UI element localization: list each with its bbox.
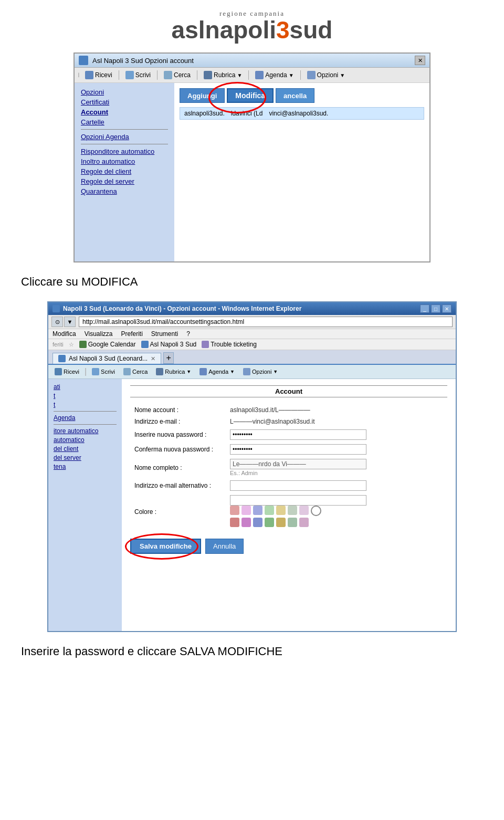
color-sage[interactable] <box>288 518 297 527</box>
agenda-button[interactable]: Agenda ▼ <box>252 70 297 80</box>
color-red[interactable] <box>230 518 239 527</box>
modifica-button[interactable]: Modifica <box>227 88 274 103</box>
colore-input[interactable] <box>230 495 366 506</box>
sidebar-item-risponditore[interactable]: Risponditore automatico <box>81 148 168 155</box>
ie-cerca-button[interactable]: Cerca <box>120 367 151 376</box>
color-blue[interactable] <box>253 518 262 527</box>
color-yellow[interactable] <box>276 506 286 515</box>
sidebar-item-quarantena[interactable]: Quarantena <box>81 187 168 195</box>
color-lavender[interactable] <box>242 506 251 515</box>
color-green-light[interactable] <box>265 506 274 515</box>
fav-asl[interactable]: Asl Napoli 3 Sud <box>141 341 197 348</box>
google-calendar-icon <box>79 341 87 348</box>
confirm-password-input[interactable] <box>230 444 366 455</box>
cerca-button[interactable]: Cerca <box>161 70 194 80</box>
fav-trouble-label: Trouble ticketing <box>211 341 257 348</box>
sep4 <box>248 70 249 80</box>
sidebar-item-account[interactable]: Account <box>81 108 168 116</box>
logo-section: regione campania aslnapoli3sud <box>0 0 504 47</box>
ie-sidebar-t2[interactable]: t <box>54 401 117 408</box>
forward-button[interactable]: ▼ <box>64 317 76 327</box>
url-bar[interactable]: http://mail.aslnapoli3sud.it/mail/accoun… <box>79 317 453 327</box>
rubrica-icon <box>204 71 212 79</box>
salva-button[interactable]: Salva modifiche <box>130 539 201 554</box>
color-gold[interactable] <box>276 518 286 527</box>
ie-scrivi-button[interactable]: Scrivi <box>89 367 118 376</box>
color-green[interactable] <box>265 518 274 527</box>
nome-completo-input[interactable] <box>230 459 366 469</box>
menu-strumenti[interactable]: Strumenti <box>151 330 178 338</box>
new-password-input[interactable] <box>230 429 366 440</box>
sidebar-item-opzioni[interactable]: Opzioni <box>81 88 168 96</box>
form-row-confirm-password: Conferma nuova password : <box>131 443 446 456</box>
ie-sidebar-quarantena[interactable]: tena <box>54 463 117 470</box>
form-row-nome-account: Nome account : aslnapoli3sud.it/L――――― <box>131 405 446 415</box>
restore-button[interactable]: □ <box>431 304 440 313</box>
close-button[interactable]: ✕ <box>415 56 425 65</box>
ie-tab-asl[interactable]: Asl Napoli 3 Sud (Leonard... ✕ <box>52 353 161 364</box>
opzioni-button[interactable]: Opzioni ▼ <box>304 70 349 80</box>
ie-rubrica-label: Rubrica <box>165 369 185 375</box>
ie-opzioni-button[interactable]: Opzioni ▼ <box>240 367 281 376</box>
ie-sidebar-automatico[interactable]: automatico <box>54 436 117 444</box>
menu-modifica[interactable]: Modifica <box>52 330 76 338</box>
colore-label: Colore : <box>131 493 226 530</box>
ie-cerca-icon <box>123 368 131 375</box>
back-button[interactable]: ⊙ <box>51 317 63 327</box>
sidebar-item-inoltro[interactable]: Inoltro automatico <box>81 157 168 165</box>
menu-help[interactable]: ? <box>186 330 190 338</box>
ie-form-buttons: Salva modifiche Annulla <box>130 539 447 554</box>
ie-icon <box>79 56 88 65</box>
color-purple[interactable] <box>242 518 251 527</box>
ie-rubrica-button[interactable]: Rubrica ▼ <box>153 367 194 376</box>
ie-divider1 <box>54 411 117 412</box>
colore-field-cell <box>227 493 446 530</box>
sidebar-item-cartelle[interactable]: Cartelle <box>81 118 168 126</box>
ie-sidebar-risponditore[interactable]: itore automatico <box>54 427 117 435</box>
sep3 <box>197 70 197 80</box>
rubrica-button[interactable]: Rubrica ▼ <box>201 70 245 80</box>
color-gray-green[interactable] <box>288 506 297 515</box>
ie-agenda-arrow: ▼ <box>230 369 235 374</box>
new-password-field-cell <box>227 428 446 441</box>
sidebar-item-opzioni-agenda[interactable]: Opzioni Agenda <box>81 133 168 141</box>
sidebar-item-regole-server[interactable]: Regole del server <box>81 177 168 185</box>
ie-opzioni-arrow: ▼ <box>273 369 278 374</box>
new-tab-button[interactable]: + <box>163 352 174 364</box>
color-rose[interactable] <box>299 518 309 527</box>
ricevi-button[interactable]: Ricevi <box>82 70 116 80</box>
ie-sep1: | <box>85 367 87 376</box>
ie-sidebar-t[interactable]: t <box>54 392 117 400</box>
ie-sidebar-client[interactable]: del client <box>54 445 117 453</box>
annulla-button[interactable]: Annulla <box>205 539 244 554</box>
email-alt-field-cell <box>227 479 446 492</box>
aggiungi-button[interactable]: Aggiungi <box>180 88 225 103</box>
scrivi-button[interactable]: Scrivi <box>122 70 154 80</box>
tab-close-icon[interactable]: ✕ <box>151 355 155 362</box>
fav-google-calendar[interactable]: Google Calendar <box>79 341 136 348</box>
ie-sidebar-server[interactable]: del server <box>54 454 117 461</box>
color-mauve[interactable] <box>299 506 309 515</box>
ie-main-area: Account Nome account : aslnapoli3sud.it/… <box>122 379 456 631</box>
color-blue-light[interactable] <box>253 506 262 515</box>
fav-trouble[interactable]: Trouble ticketing <box>202 341 257 348</box>
ie-ricevi-button[interactable]: Ricevi <box>51 367 82 376</box>
logo-number: 3 <box>276 16 290 44</box>
color-none[interactable] <box>311 506 321 516</box>
menu-preferiti[interactable]: Preferiti <box>121 330 143 338</box>
minimize-button[interactable]: _ <box>420 304 429 313</box>
email-alt-input[interactable] <box>230 480 366 491</box>
sidebar-item-certificati[interactable]: Certificati <box>81 98 168 106</box>
ie-sidebar-ati[interactable]: ati <box>54 383 117 391</box>
ie-sidebar-agenda[interactable]: Agenda <box>54 414 117 422</box>
ie-agenda-button[interactable]: Agenda ▼ <box>196 367 238 376</box>
ie-close-button[interactable]: ✕ <box>442 304 452 313</box>
color-pink[interactable] <box>230 506 239 515</box>
nome-account-value: aslnapoli3sud.it/L――――― <box>227 405 446 415</box>
instruction1: Cliccare su MODIFICA <box>21 275 504 289</box>
sidebar-item-regole-client[interactable]: Regole del client <box>81 167 168 175</box>
cancella-button[interactable]: ancella <box>276 88 314 103</box>
screenshot1-titlebar: Asl Napoli 3 Sud Opzioni account ✕ <box>75 54 429 68</box>
menu-visualizza[interactable]: Visualizza <box>85 330 113 338</box>
favorites-star: ☆ <box>69 341 74 348</box>
